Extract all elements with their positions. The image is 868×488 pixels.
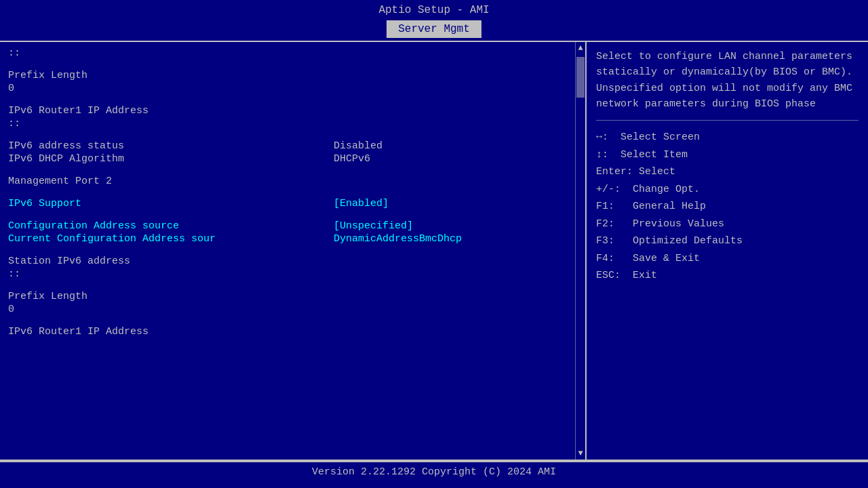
blank-1	[8, 60, 567, 70]
keybind-change-opt: +/-: Change Opt.	[596, 181, 859, 199]
label-prefix-length-2: Prefix Length	[8, 291, 334, 302]
value-ipv6-dhcp-algorithm: DHCPv6	[334, 153, 370, 165]
row-station-ipv6: Station IPv6 address	[8, 256, 567, 267]
keybind-f3: F3: Optimized Defaults	[596, 232, 859, 250]
row-ipv6-dhcp-algorithm: IPv6 DHCP Algorithm DHCPv6	[8, 153, 567, 165]
main-area: :: Prefix Length 0 IPv6 Router1 IP Addre…	[0, 41, 868, 461]
footer: Version 2.22.1292 Copyright (C) 2024 AMI	[0, 461, 868, 481]
scrollbar[interactable]: ▲ ▼	[575, 42, 587, 460]
row-prefix-length-2: Prefix Length	[8, 291, 567, 302]
blank-7	[8, 246, 567, 256]
scroll-up-arrow[interactable]: ▲	[578, 42, 583, 54]
scroll-down-arrow[interactable]: ▼	[578, 447, 583, 460]
value-zero-1: 0	[8, 83, 567, 94]
value-zero-2: 0	[8, 304, 567, 315]
keybind-f4: F4: Save & Exit	[596, 250, 859, 268]
keybind-f2: F2: Previous Values	[596, 216, 859, 233]
label-station-ipv6: Station IPv6 address	[8, 256, 334, 267]
row-current-config-address: Current Configuration Address sour Dynam…	[8, 233, 567, 245]
blank-4	[8, 166, 567, 176]
label-ipv6-support: IPv6 Support	[8, 198, 334, 209]
row-prefix-length-1: Prefix Length	[8, 70, 567, 81]
row-ipv6-address-status: IPv6 address status Disabled	[8, 140, 567, 152]
value-current-config-address: DynamicAddressBmcDhcp	[334, 233, 462, 245]
left-pane: :: Prefix Length 0 IPv6 Router1 IP Addre…	[0, 42, 575, 460]
divider	[596, 120, 859, 121]
blank-2	[8, 96, 567, 105]
row-ipv6-router1-1: IPv6 Router1 IP Address	[8, 105, 567, 117]
right-pane: Select to configure LAN channel paramete…	[587, 42, 868, 460]
label-ipv6-router1-1: IPv6 Router1 IP Address	[8, 105, 334, 117]
footer-text: Version 2.22.1292 Copyright (C) 2024 AMI	[312, 466, 556, 478]
item-double-colon-2: ::	[8, 118, 567, 129]
blank-8	[8, 281, 567, 291]
blank-6	[8, 211, 567, 220]
scroll-thumb[interactable]	[576, 57, 585, 98]
keybind-list: ↔: Select Screen ↕: Select Item Enter: S…	[596, 129, 859, 285]
tab-server-mgmt[interactable]: Server Mgmt	[387, 20, 481, 38]
title-bar: Aptio Setup - AMI	[0, 0, 868, 19]
value-ipv6-address-status: Disabled	[334, 140, 382, 152]
keybind-esc: ESC: Exit	[596, 267, 859, 285]
item-double-colon-1: ::	[8, 47, 567, 59]
keybind-select-item: ↕: Select Item	[596, 146, 859, 164]
keybind-select-screen: ↔: Select Screen	[596, 129, 859, 146]
keybind-f1: F1: General Help	[596, 198, 859, 216]
blank-3	[8, 131, 567, 140]
label-management-port2: Management Port 2	[8, 176, 334, 187]
label-ipv6-address-status: IPv6 address status	[8, 140, 334, 152]
row-ipv6-support[interactable]: IPv6 Support [Enabled]	[8, 198, 567, 209]
scroll-track	[576, 54, 585, 447]
label-ipv6-router1-2: IPv6 Router1 IP Address	[8, 326, 334, 338]
value-ipv6-support: [Enabled]	[334, 198, 389, 209]
tab-bar: Server Mgmt	[0, 19, 868, 41]
blank-5	[8, 188, 567, 198]
title-text: Aptio Setup - AMI	[378, 4, 489, 16]
keybind-enter: Enter: Select	[596, 163, 859, 181]
label-prefix-length-1: Prefix Length	[8, 70, 334, 81]
row-ipv6-router1-2: IPv6 Router1 IP Address	[8, 326, 567, 338]
label-ipv6-dhcp-algorithm: IPv6 DHCP Algorithm	[8, 153, 334, 165]
help-text: Select to configure LAN channel paramete…	[596, 49, 859, 112]
item-double-colon-3: ::	[8, 268, 567, 280]
label-current-config-address: Current Configuration Address sour	[8, 233, 334, 245]
value-config-address-source: [Unspecified]	[334, 220, 413, 232]
blank-9	[8, 317, 567, 326]
row-management-port2: Management Port 2	[8, 176, 567, 187]
row-config-address-source[interactable]: Configuration Address source [Unspecifie…	[8, 220, 567, 232]
label-config-address-source: Configuration Address source	[8, 220, 334, 232]
